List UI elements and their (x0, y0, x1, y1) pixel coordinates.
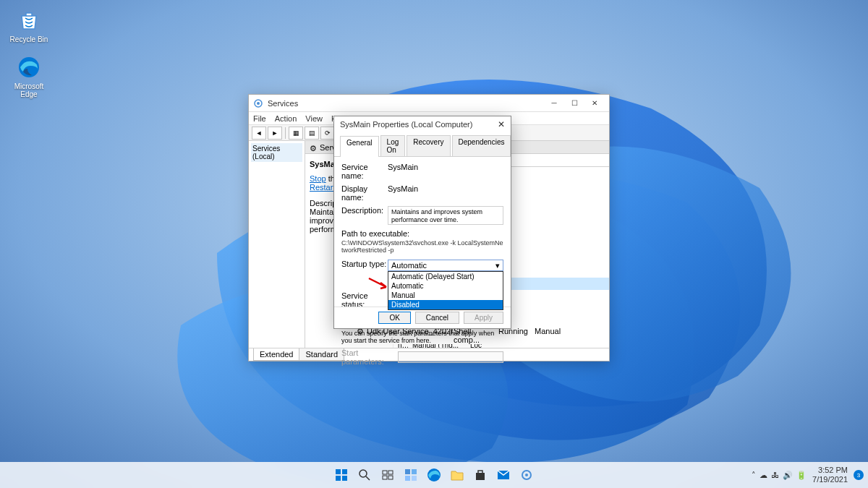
toolbar-btn-2[interactable]: ▤ (305, 127, 319, 140)
minimize-button[interactable]: ─ (544, 97, 564, 110)
tab-general[interactable]: General (340, 136, 379, 157)
svg-rect-10 (383, 471, 387, 474)
svg-rect-4 (336, 469, 341, 474)
service-name-value: SysMain (388, 163, 503, 171)
chevron-down-icon: ▾ (495, 261, 500, 270)
help-text: You can specify the start parameters tha… (341, 330, 503, 344)
menu-action[interactable]: Action (275, 114, 297, 123)
gear-icon: ⚙ (310, 144, 317, 151)
ok-button[interactable]: OK (378, 312, 410, 324)
svg-rect-5 (342, 469, 347, 474)
tab-recovery[interactable]: Recovery (407, 135, 450, 156)
properties-dialog: SysMain Properties (Local Computer) ✕ Ge… (333, 116, 511, 329)
notification-badge[interactable]: 3 (854, 470, 864, 480)
back-button[interactable]: ◄ (252, 127, 266, 140)
dialog-close-button[interactable]: ✕ (498, 119, 505, 129)
menu-view[interactable]: View (305, 114, 323, 123)
startup-dropdown: Automatic (Delayed Start) Automatic Manu… (388, 271, 503, 310)
search-icon[interactable] (354, 465, 375, 485)
taskbar: ˄ ☁ 🖧 🔊 🔋 3:52 PM 7/19/2021 3 (0, 462, 868, 488)
svg-rect-7 (342, 476, 347, 481)
option-manual[interactable]: Manual (388, 291, 503, 300)
red-arrow-annotation (367, 277, 391, 291)
edge-taskbar-icon[interactable] (424, 465, 444, 485)
forward-button[interactable]: ► (268, 127, 282, 140)
tab-extended[interactable]: Extended (253, 348, 299, 361)
svg-line-9 (366, 476, 370, 480)
start-params-input (398, 351, 503, 363)
svg-point-8 (359, 470, 367, 477)
tab-dependencies[interactable]: Dependencies (452, 135, 511, 156)
svg-rect-14 (405, 469, 410, 474)
maximize-button[interactable]: ☐ (564, 97, 584, 110)
services-titlebar[interactable]: Services ─ ☐ ✕ (249, 95, 609, 112)
option-automatic[interactable]: Automatic (388, 281, 503, 291)
cancel-button[interactable]: Cancel (415, 312, 459, 324)
services-local-item[interactable]: Services (Local) (251, 143, 302, 162)
svg-rect-16 (405, 476, 410, 481)
mail-icon[interactable] (493, 465, 514, 485)
path-value: C:\WINDOWS\system32\svchost.exe -k Local… (341, 239, 503, 254)
recycle-bin-icon[interactable]: Recycle Bin (7, 7, 51, 43)
restart-link[interactable]: Restart (310, 183, 335, 192)
left-pane: Services (Local) (249, 141, 305, 348)
svg-rect-12 (383, 476, 387, 479)
close-button[interactable]: ✕ (584, 97, 605, 110)
services-icon (253, 98, 263, 108)
svg-rect-19 (476, 473, 485, 480)
option-auto-delayed[interactable]: Automatic (Delayed Start) (388, 272, 503, 281)
tray-network-icon[interactable]: 🖧 (771, 471, 779, 479)
task-view-icon[interactable] (378, 465, 398, 485)
widgets-icon[interactable] (401, 465, 421, 485)
dialog-tabs: General Log On Recovery Dependencies (334, 132, 511, 157)
tab-logon[interactable]: Log On (380, 135, 406, 156)
tray-chevron-icon[interactable]: ˄ (752, 471, 756, 480)
refresh-button[interactable]: ⟳ (320, 127, 335, 140)
display-name-value: SysMain (388, 184, 503, 193)
store-icon[interactable] (470, 465, 490, 485)
menu-file[interactable]: File (253, 114, 266, 123)
svg-rect-6 (336, 476, 341, 481)
tray-onedrive-icon[interactable]: ☁ (760, 471, 767, 480)
tray-battery-icon[interactable]: 🔋 (796, 471, 807, 480)
dialog-titlebar[interactable]: SysMain Properties (Local Computer) ✕ (334, 116, 511, 132)
taskbar-clock[interactable]: 3:52 PM 7/19/2021 (812, 466, 848, 484)
svg-rect-15 (412, 469, 417, 474)
svg-rect-11 (388, 471, 393, 474)
edge-icon[interactable]: Microsoft Edge (7, 54, 51, 98)
description-box: Maintains and improves system performanc… (388, 206, 503, 225)
start-button[interactable] (331, 465, 352, 485)
apply-button: Apply (464, 312, 503, 324)
tray-icons[interactable]: ˄ ☁ 🖧 🔊 🔋 (752, 471, 807, 480)
svg-rect-17 (412, 476, 417, 481)
svg-point-22 (525, 474, 528, 476)
option-disabled[interactable]: Disabled (388, 300, 503, 309)
toolbar-btn-1[interactable]: ▦ (289, 127, 303, 140)
explorer-icon[interactable] (447, 465, 467, 485)
services-taskbar-icon[interactable] (516, 465, 537, 485)
tray-volume-icon[interactable]: 🔊 (783, 471, 793, 480)
stop-link[interactable]: Stop (310, 174, 326, 183)
svg-point-3 (257, 102, 260, 105)
svg-rect-13 (388, 476, 393, 479)
startup-type-select[interactable]: Automatic▾ Automatic (Delayed Start) Aut… (388, 260, 503, 271)
